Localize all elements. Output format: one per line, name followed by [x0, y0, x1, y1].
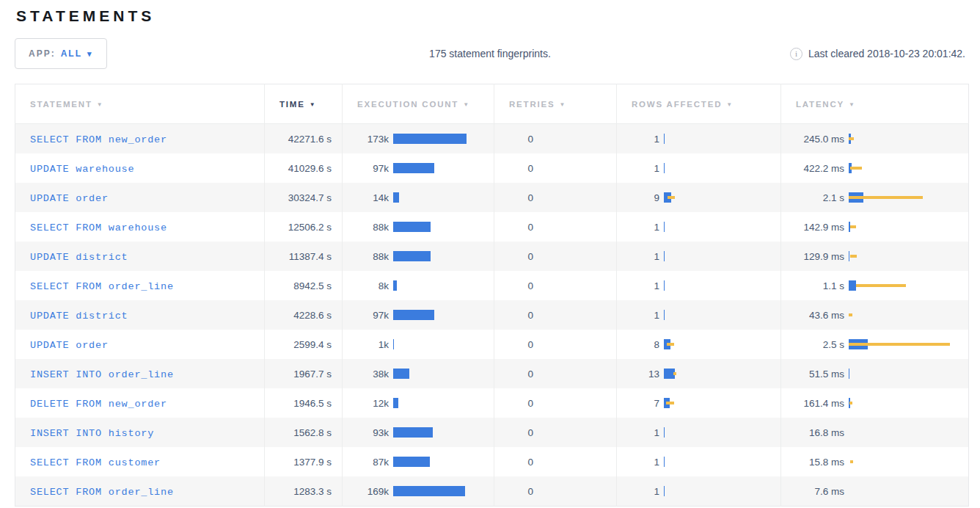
retries-cell: 0	[494, 476, 617, 507]
statement-link[interactable]: DELETE FROM new_order	[30, 399, 167, 410]
statement-cell: DELETE FROM new_order	[15, 388, 265, 418]
column-header-label: RETRIES	[509, 100, 555, 109]
execution-count-bar	[393, 457, 494, 467]
execution-count-value: 173k	[348, 134, 389, 145]
execution-count-value: 8k	[348, 280, 389, 291]
statement-link[interactable]: INSERT INTO order_line	[30, 369, 174, 380]
statement-link[interactable]: SELECT FROM order_line	[30, 281, 174, 292]
sort-icon: ▼	[559, 101, 566, 108]
rows-affected-value: 8	[623, 339, 659, 350]
latency-cell: 2.5 s	[781, 330, 969, 359]
column-header-rows-affected[interactable]: ROWS AFFECTED▼	[617, 84, 781, 124]
mean-bar	[393, 280, 397, 291]
time-cell: 12506.2 s	[265, 212, 343, 242]
statements-table: STATEMENT▼TIME▼EXECUTION COUNT▼RETRIES▼R…	[15, 84, 969, 507]
rows-affected-cell: 1	[617, 447, 781, 476]
execution-count-cell: 97k	[343, 153, 494, 183]
table-row: DELETE FROM new_order1946.5 s12k07161.4 …	[15, 388, 969, 418]
stddev-bar	[849, 343, 950, 346]
mean-bar	[664, 222, 665, 232]
execution-count-cell: 1k	[343, 330, 494, 359]
latency-value: 422.2 ms	[787, 163, 844, 174]
mean-bar	[664, 280, 665, 291]
statement-link[interactable]: SELECT FROM new_order	[30, 134, 167, 145]
rows-affected-value: 9	[623, 192, 659, 203]
statement-link[interactable]: SELECT FROM order_line	[30, 487, 174, 498]
statement-link[interactable]: UPDATE district	[30, 311, 128, 322]
rows-affected-cell: 1	[617, 300, 781, 330]
column-header-execution-count[interactable]: EXECUTION COUNT▼	[343, 84, 494, 124]
mean-bar	[393, 310, 434, 320]
statement-link[interactable]: SELECT FROM customer	[30, 457, 161, 468]
time-cell: 1562.8 s	[265, 418, 343, 447]
execution-count-bar	[393, 339, 494, 349]
retries-value: 0	[500, 310, 533, 321]
rows-affected-cell: 1	[617, 476, 781, 507]
column-header-latency[interactable]: LATENCY▼	[781, 84, 969, 124]
info-icon[interactable]: i	[790, 48, 802, 60]
stddev-bar	[856, 284, 906, 287]
execution-count-cell: 12k	[343, 388, 494, 418]
time-cell: 41029.6 s	[265, 153, 343, 183]
mean-bar	[393, 398, 398, 408]
execution-count-value: 88k	[348, 251, 389, 262]
table-row: SELECT FROM warehouse12506.2 s88k01142.9…	[15, 212, 969, 242]
sort-icon: ▼	[849, 101, 856, 108]
execution-count-value: 87k	[348, 457, 389, 468]
mean-bar	[393, 222, 431, 232]
stddev-bar	[850, 255, 857, 258]
statement-link[interactable]: UPDATE order	[30, 193, 109, 204]
rows-affected-value: 1	[623, 427, 659, 438]
latency-bar	[849, 163, 968, 173]
statement-link[interactable]: INSERT INTO history	[30, 428, 154, 439]
mean-bar	[393, 163, 434, 173]
latency-cell: 15.8 ms	[781, 447, 969, 476]
retries-cell: 0	[494, 447, 617, 476]
retries-cell: 0	[494, 183, 617, 212]
latency-value: 51.5 ms	[787, 369, 844, 380]
time-cell: 1946.5 s	[265, 388, 343, 418]
sort-icon: ▼	[310, 101, 317, 108]
page-title: STATEMENTS	[16, 6, 980, 26]
table-row: UPDATE district4228.6 s97k0143.6 ms	[15, 300, 969, 330]
latency-value: 142.9 ms	[787, 222, 844, 233]
latency-cell: 422.2 ms	[781, 153, 969, 183]
retries-cell: 0	[494, 359, 617, 388]
statement-cell: INSERT INTO order_line	[15, 359, 265, 388]
statement-cell: SELECT FROM warehouse	[15, 212, 265, 242]
column-header-time[interactable]: TIME▼	[265, 84, 343, 124]
execution-count-cell: 97k	[343, 300, 494, 330]
retries-cell: 0	[494, 242, 617, 271]
mean-bar	[393, 457, 430, 467]
retries-cell: 0	[494, 212, 617, 242]
statement-link[interactable]: UPDATE order	[30, 340, 109, 351]
statement-link[interactable]: UPDATE district	[30, 252, 128, 263]
statement-cell: UPDATE order	[15, 330, 265, 359]
latency-bar	[849, 192, 968, 203]
execution-count-cell: 88k	[343, 242, 494, 271]
mean-bar	[849, 280, 856, 291]
latency-cell: 2.1 s	[781, 183, 969, 212]
app-filter-dropdown[interactable]: APP: ALL ▾	[15, 38, 107, 69]
latency-value: 15.8 ms	[787, 457, 844, 468]
mean-bar	[849, 369, 849, 379]
table-row: INSERT INTO history1562.8 s93k0116.8 ms	[15, 418, 969, 447]
statement-link[interactable]: UPDATE warehouse	[30, 164, 134, 175]
rows-affected-value: 1	[623, 163, 659, 174]
execution-count-cell: 93k	[343, 418, 494, 447]
stddev-bar	[850, 460, 853, 463]
toolbar: APP: ALL ▾ 175 statement fingerprints. i…	[15, 38, 965, 69]
rows-affected-cell: 8	[617, 330, 781, 359]
latency-cell: 142.9 ms	[781, 212, 969, 242]
column-header-retries[interactable]: RETRIES▼	[494, 84, 617, 124]
statement-count-summary: 175 statement fingerprints.	[429, 48, 551, 59]
execution-count-bar	[393, 222, 494, 232]
time-cell: 30324.7 s	[265, 183, 343, 212]
column-header-statement[interactable]: STATEMENT▼	[15, 84, 265, 124]
statement-link[interactable]: SELECT FROM warehouse	[30, 222, 167, 233]
latency-cell: 245.0 ms	[781, 124, 969, 154]
retries-value: 0	[500, 339, 533, 350]
mean-bar	[393, 369, 409, 379]
rows-affected-cell: 1	[617, 124, 781, 154]
statement-cell: UPDATE warehouse	[15, 153, 265, 183]
